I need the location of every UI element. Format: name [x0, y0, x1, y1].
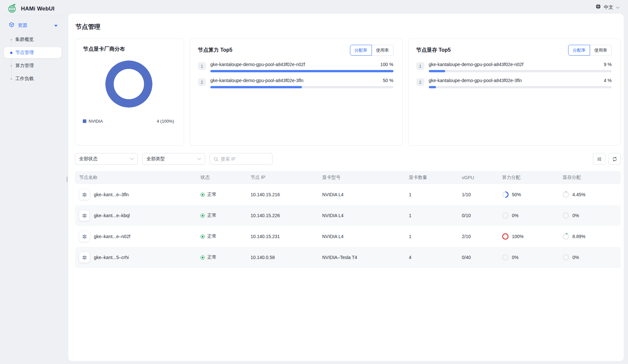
gpu-count: 4 [409, 255, 462, 260]
compute-top5-card: 节点算力 Top5 分配率 使用率 1 gke-kantaloupe-demo-… [190, 39, 403, 146]
status-healthy-icon [201, 255, 205, 260]
table-row[interactable]: gke–kant...5–crhi 正常 10.140.0.58 NVIDIA–… [75, 247, 621, 268]
node-name: gke–kant...e–n02f [94, 234, 130, 239]
type-select[interactable]: 全部类型 [142, 153, 205, 165]
node-name: gke-kantaloupe-demo-gpu-pool-a843f02e-n0… [210, 62, 305, 67]
sidebar: 资源 集群概览 节点管理 算力管理 工作负载 [0, 14, 68, 364]
sidebar-item-node-management[interactable]: 节点管理 [0, 46, 68, 59]
table-row[interactable]: gke–kant...e–n02f 正常 10.140.15.231 NVIDI… [75, 226, 621, 247]
usage-rate-button[interactable]: 使用率 [590, 45, 612, 56]
node-icon [79, 252, 90, 263]
table-header: 节点名称 状态 节点 IP 显卡型号 显卡数量 vGPU 算力分配 显存分配 [75, 171, 621, 184]
filter-row: 全部状态 全部类型 [75, 153, 621, 165]
main-panel: 节点管理 节点显卡厂商分布 NVIDIA 4 (100%) 节点算力 Top5 … [68, 14, 624, 361]
progress-bar-fill [429, 70, 445, 72]
status-healthy-icon [201, 234, 205, 239]
rank-badge: 1 [198, 62, 206, 70]
node-name-cell: gke–kant...e–kbql [75, 210, 201, 221]
status-healthy-icon [201, 214, 205, 218]
node-ip: 10.140.15.216 [251, 192, 322, 197]
server-icon [81, 234, 88, 240]
sidebar-group-resources[interactable]: 资源 [0, 19, 68, 31]
allocation-rate-button[interactable]: 分配率 [350, 45, 372, 56]
brand-home-link[interactable]: HAMi WebUI [7, 3, 55, 15]
status-select[interactable]: 全部状态 [75, 153, 138, 165]
nodes-table: 节点名称 状态 节点 IP 显卡型号 显卡数量 vGPU 算力分配 显存分配 [75, 171, 621, 268]
sidebar-item-compute-management[interactable]: 算力管理 [0, 59, 68, 72]
language-switcher[interactable]: 中文 [595, 4, 619, 11]
memory-allocation-value: 0% [572, 255, 579, 260]
top5-item: 2 gke-kantaloupe-demo-gpu-pool-a843f02e-… [198, 78, 393, 88]
memory-ring-chart [563, 212, 569, 219]
sidebar-item-cluster-overview[interactable]: 集群概览 [0, 33, 68, 46]
sidebar-item-workloads[interactable]: 工作负载 [0, 72, 68, 85]
top5-item: 1 gke-kantaloupe-demo-gpu-pool-a843f02e-… [198, 62, 393, 72]
compute-ring-chart [502, 212, 509, 219]
gpu-count: 1 [409, 234, 462, 239]
sidebar-item-label: 节点管理 [15, 50, 34, 56]
stat-cards: 节点显卡厂商分布 NVIDIA 4 (100%) 节点算力 Top5 分配率 使… [75, 39, 621, 146]
cube-icon [9, 22, 14, 28]
memory-ring-chart [563, 191, 569, 198]
chevron-down-icon [616, 4, 619, 10]
column-header: 显卡型号 [322, 175, 409, 181]
tree-dot [10, 39, 12, 41]
progress-bar [210, 86, 393, 88]
chevron-down-icon [130, 158, 134, 160]
column-settings-button[interactable] [593, 153, 605, 165]
server-icon [81, 192, 88, 198]
gpu-count: 1 [409, 192, 462, 197]
sidebar-divider [4, 16, 64, 16]
usage-rate-button[interactable]: 使用率 [372, 45, 393, 56]
percent-value: 100 % [380, 62, 393, 67]
legend-item-nvidia[interactable]: NVIDIA 4 (100%) [81, 119, 177, 124]
compute-allocation-value: 50% [512, 192, 521, 197]
tree-dot [10, 52, 12, 54]
column-settings-icon [597, 156, 602, 162]
table-row[interactable]: gke–kant...e–3fln 正常 10.140.15.216 NVIDI… [75, 184, 621, 205]
rank-badge: 1 [416, 62, 424, 70]
percent-value: 4 % [604, 78, 612, 83]
refresh-icon [612, 156, 618, 162]
refresh-button[interactable] [608, 153, 621, 165]
progress-bar-fill [210, 86, 302, 88]
chevron-down-icon [197, 158, 201, 160]
column-header: 算力分配 [502, 175, 563, 181]
compute-ring-chart [502, 254, 509, 261]
node-name-cell: gke–kant...5–crhi [75, 252, 201, 263]
status-cell: 正常 [201, 254, 251, 260]
legend-label: NVIDIA [89, 119, 103, 124]
legend-swatch [83, 119, 86, 123]
node-icon [79, 210, 90, 221]
allocation-rate-button[interactable]: 分配率 [568, 45, 590, 56]
node-name-cell: gke–kant...e–3fln [75, 189, 201, 200]
server-icon [81, 213, 88, 219]
sidebar-item-label: 集群概览 [15, 37, 34, 43]
compute-allocation-value: 0% [512, 213, 518, 218]
search-icon [214, 157, 218, 162]
memory-allocation-cell: 4.45% [563, 191, 621, 198]
app-title: HAMi WebUI [21, 6, 55, 12]
sidebar-tree: 集群概览 节点管理 算力管理 工作负载 [0, 33, 68, 85]
column-header: 节点 IP [251, 175, 322, 181]
progress-bar [210, 70, 393, 72]
node-name: gke-kantaloupe-demo-gpu-pool-a843f02e-n0… [429, 62, 524, 67]
memory-ring-chart [563, 254, 569, 261]
compute-allocation-cell: 50% [502, 191, 563, 198]
table-row[interactable]: gke–kant...e–kbql 正常 10.140.15.226 NVIDI… [75, 205, 621, 226]
sidebar-item-label: 算力管理 [15, 63, 34, 69]
memory-allocation-cell: 0% [563, 254, 621, 261]
progress-bar [429, 70, 612, 72]
compute-allocation-cell: 100% [502, 233, 563, 240]
sidebar-resize-handle[interactable] [66, 177, 68, 182]
node-name: gke–kant...5–crhi [94, 255, 129, 260]
status-badge: 正常 [207, 254, 217, 260]
progress-bar-fill [210, 70, 393, 72]
node-ip: 10.140.15.231 [251, 234, 322, 239]
progress-bar [429, 86, 612, 88]
page: { "theme": { "accent": "#2f6cf6", "succe… [0, 0, 628, 364]
memory-allocation-value: 0% [572, 213, 579, 218]
status-badge: 正常 [207, 213, 217, 218]
node-name: gke–kant...e–kbql [94, 213, 130, 218]
ip-search-input[interactable] [221, 156, 263, 162]
